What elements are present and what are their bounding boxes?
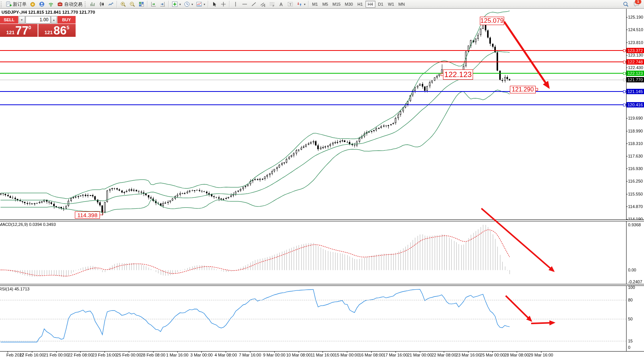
clock-icon [184, 1, 190, 7]
fibonacci-tool-button[interactable]: F [267, 0, 277, 8]
timeframe-m30[interactable]: M30 [343, 1, 354, 8]
sell-price-sup: 0 [28, 25, 31, 30]
zoom-out-icon [129, 1, 135, 7]
toolbar-separator [168, 1, 169, 8]
line-chart-icon [108, 1, 114, 7]
crosshair-icon [220, 1, 226, 7]
arrow-objects-icon [296, 1, 302, 7]
mt4-window: 新订单 自动交易 ▾ ▾ ▾ [0, 0, 644, 358]
dropdown-arrow-icon: ▾ [204, 3, 205, 6]
indicators-icon [172, 1, 178, 7]
chat-badge: 1 [635, 0, 641, 4]
line-chart-mode-button[interactable] [106, 0, 116, 8]
cursor-icon [211, 1, 217, 7]
arrows-tool-button[interactable]: ▾ [295, 0, 307, 8]
one-click-trading-panel: SELL ▼ ▲ BUY 121 77 0 121 86 5 [0, 16, 76, 37]
market-icon [30, 1, 36, 7]
search-button[interactable] [621, 0, 630, 8]
horizontal-line-icon [242, 1, 248, 7]
text-icon: A [278, 1, 284, 7]
dropdown-arrow-icon: ▾ [304, 3, 305, 6]
timeframe-h4[interactable]: H4 [366, 1, 375, 8]
auto-trading-button[interactable]: 自动交易 [55, 0, 84, 8]
market-button[interactable] [28, 0, 37, 8]
date-axis-line [0, 351, 644, 352]
cursor-tool-button[interactable] [210, 0, 219, 8]
timeframe-m5[interactable]: M5 [320, 1, 330, 8]
timeframe-h1[interactable]: H1 [355, 1, 365, 8]
svg-text:E: E [264, 5, 266, 7]
timeframe-mn[interactable]: MN [396, 1, 407, 8]
templates-button[interactable]: ▾ [195, 0, 207, 8]
buy-price[interactable]: 121 86 5 [38, 24, 76, 37]
profile-icon [39, 1, 45, 7]
bar-chart-mode-button[interactable] [88, 0, 97, 8]
rsi-pane-separator[interactable] [0, 284, 644, 286]
sell-button[interactable]: SELL [0, 16, 18, 24]
auto-trading-label: 自动交易 [64, 1, 82, 8]
new-order-icon [6, 1, 12, 7]
chart-canvas[interactable] [0, 0, 644, 358]
trendline-tool-button[interactable] [249, 0, 258, 8]
dropdown-arrow-icon: ▾ [191, 3, 193, 6]
periods-button[interactable]: ▾ [182, 0, 195, 8]
horizontal-line-tool-button[interactable] [240, 0, 249, 8]
toolbar-separator [208, 1, 209, 8]
search-icon [623, 1, 629, 7]
timeframe-m1[interactable]: M1 [310, 1, 320, 8]
zoom-in-icon [120, 1, 126, 7]
profile-button[interactable] [37, 0, 46, 8]
svg-text:F: F [273, 5, 274, 7]
zoom-out-button[interactable] [128, 0, 137, 8]
bar-chart-icon [90, 1, 96, 7]
volume-input[interactable] [25, 16, 51, 24]
timeframe-m15[interactable]: M15 [331, 1, 342, 8]
auto-scroll-button[interactable] [149, 0, 158, 8]
timeframe-d1[interactable]: D1 [376, 1, 386, 8]
candlestick-mode-button[interactable] [97, 0, 106, 8]
buy-price-sup: 5 [66, 25, 69, 30]
signals-icon [48, 1, 54, 7]
chart-shift-button[interactable] [158, 0, 167, 8]
dropdown-arrow-icon: ▾ [179, 3, 181, 6]
vertical-line-tool-button[interactable] [231, 0, 240, 8]
chart-title: USDJPY-,H4 121.815 121.841 121.770 121.7… [2, 10, 95, 14]
toolbar-separator [229, 1, 230, 8]
new-order-button[interactable]: 新订单 [4, 0, 28, 8]
timeframe-group: M1M5M15M30H1H4D1W1MN [310, 1, 407, 8]
channel-tool-button[interactable]: E [258, 0, 267, 8]
signals-button[interactable] [46, 0, 55, 8]
timeframe-w1[interactable]: W1 [386, 1, 396, 8]
indicators-button[interactable]: ▾ [170, 0, 182, 8]
price-axis-line [626, 8, 627, 351]
text-tool-button[interactable]: A [277, 0, 286, 8]
rsi-label: RSI(14) 45.1713 [0, 287, 30, 291]
buy-button[interactable]: BUY [57, 16, 76, 24]
text-label-icon: T [287, 1, 293, 7]
macd-label: MACD(12,26,9) 0.0394 0.3493 [0, 222, 56, 227]
buy-price-big: 86 [54, 25, 66, 36]
auto-scroll-icon [150, 1, 157, 7]
new-order-label: 新订单 [13, 1, 27, 8]
volume-increase-button[interactable]: ▲ [51, 16, 57, 24]
candlestick-icon [99, 1, 105, 7]
volume-decrease-button[interactable]: ▼ [19, 16, 25, 24]
sell-price[interactable]: 121 77 0 [0, 24, 38, 37]
svg-text:T: T [290, 3, 292, 6]
crosshair-tool-button[interactable] [219, 0, 228, 8]
toolbar: 新订单 自动交易 ▾ ▾ ▾ [0, 0, 644, 9]
text-label-tool-button[interactable]: T [286, 0, 295, 8]
chat-button[interactable]: 1 [632, 0, 641, 8]
toolbar-grip [85, 2, 87, 7]
toolbar-separator [117, 1, 117, 8]
chart-shift-icon [160, 1, 166, 7]
template-icon [196, 1, 202, 7]
sell-price-main: 121 [6, 30, 15, 35]
zoom-in-button[interactable] [119, 0, 128, 8]
buy-price-main: 121 [44, 30, 53, 35]
macd-pane-separator[interactable] [0, 219, 644, 221]
equidistant-channel-icon: E [260, 1, 266, 7]
auto-trading-icon [57, 1, 63, 7]
tile-windows-button[interactable] [137, 0, 146, 8]
fibonacci-icon: F [269, 1, 275, 7]
